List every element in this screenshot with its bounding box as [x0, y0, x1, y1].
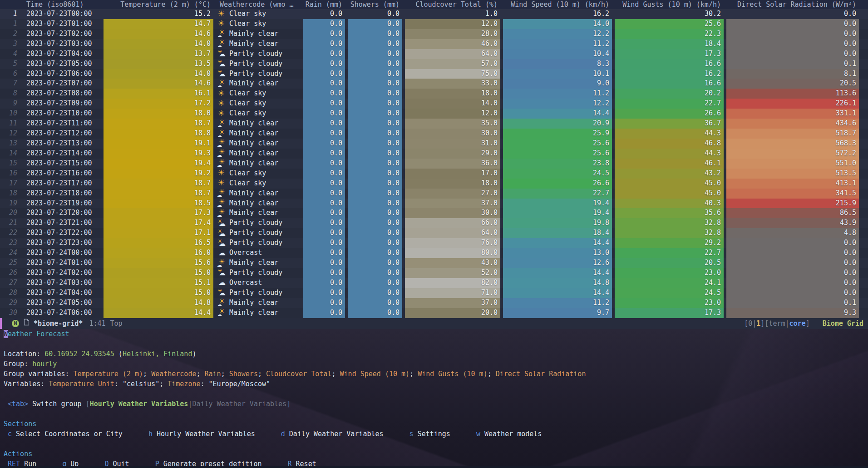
weather-label: Clear sky	[229, 20, 266, 28]
table-row[interactable]: 92023-07-23T09:0017.2☀Clear sky0.00.014.…	[0, 99, 868, 109]
section-key[interactable]: d	[277, 430, 289, 438]
section-key[interactable]: w	[472, 430, 484, 438]
group-variable: Wind Speed (10 m)	[340, 370, 410, 378]
section-item-s[interactable]: s Settings	[405, 430, 450, 438]
table-row[interactable]: 42023-07-23T04:0013.7☀☁Partly cloudy0.00…	[0, 49, 868, 59]
cell-wind-gusts: 32.8	[615, 228, 724, 238]
cell-weathercode: ☀☁Partly cloudy	[216, 268, 301, 278]
cell-wind-speed: 22.7	[503, 189, 612, 199]
cell-solar-radiation: 0.0	[726, 258, 859, 268]
line-number: 30	[0, 308, 20, 318]
weather-label: Mainly clear	[229, 129, 278, 137]
col-wind-gusts[interactable]: Wind Gusts (10 m) (km/h)	[615, 0, 724, 9]
buffer-title-line: Weather Forecast	[0, 329, 868, 339]
separator: ;	[409, 370, 418, 378]
table-row[interactable]: 272023-07-24T03:0015.1☁Overcast0.00.082.…	[0, 278, 868, 288]
table-row[interactable]: 112023-07-23T11:0018.7☀☁Mainly clear0.00…	[0, 119, 868, 129]
table-row[interactable]: 22023-07-23T02:0014.6☀☁Mainly clear0.00.…	[0, 29, 868, 39]
table-row[interactable]: 222023-07-23T22:0017.1☀☁Partly cloudy0.0…	[0, 228, 868, 238]
weather-label: Clear sky	[229, 169, 266, 177]
table-row[interactable]: 192023-07-23T19:0018.5☀☁Mainly clear0.00…	[0, 199, 868, 209]
col-rain[interactable]: Rain (mm)	[303, 0, 345, 9]
line-number: 4	[0, 49, 20, 59]
table-row[interactable]: 202023-07-23T20:0017.3☀☁Mainly clear0.00…	[0, 208, 868, 218]
cell-showers: 0.0	[348, 218, 402, 228]
section-item-d[interactable]: d Daily Weather Variables	[277, 430, 384, 438]
location-label: Location:	[4, 350, 44, 358]
bracket: [	[86, 400, 90, 408]
line-number: 28	[0, 288, 20, 298]
table-row[interactable]: 152023-07-23T15:0019.4☀☁Mainly clear0.00…	[0, 159, 868, 169]
table-row[interactable]: 52023-07-23T05:0013.5☀☁Partly cloudy0.00…	[0, 59, 868, 69]
tab-text: Switch group	[28, 400, 85, 408]
section-item-c[interactable]: c Select Coordinates or City	[4, 430, 123, 438]
cell-showers: 0.0	[348, 89, 402, 99]
cell-cloudcover: 46.0	[405, 39, 500, 49]
cell-wind-speed: 20.9	[503, 119, 612, 129]
cell-wind-speed: 9.7	[503, 308, 612, 318]
table-row[interactable]: 262023-07-24T02:0015.0☀☁Partly cloudy0.0…	[0, 268, 868, 278]
section-item-h[interactable]: h Hourly Weather Variables	[144, 430, 255, 438]
table-row[interactable]: 212023-07-23T21:0017.4☀☁Partly cloudy0.0…	[0, 218, 868, 228]
tab-key[interactable]: <tab>	[4, 400, 28, 408]
cell-rain: 0.0	[303, 169, 345, 179]
variable-name: Temperature Unit	[49, 380, 114, 388]
table-row[interactable]: 282023-07-24T04:0015.0☀☁Partly cloudy0.0…	[0, 288, 868, 298]
table-row[interactable]: 232023-07-23T23:0016.5☀☁Partly cloudy0.0…	[0, 238, 868, 248]
table-row[interactable]: 12023-07-23T00:0015.2☀Clear sky0.00.01.0…	[0, 9, 868, 19]
cell-temperature: 17.1	[104, 228, 213, 238]
table-row[interactable]: 82023-07-23T08:0016.1☀Clear sky0.00.018.…	[0, 89, 868, 99]
cell-weathercode: ☀☁Mainly clear	[216, 79, 301, 89]
tab-group-daily[interactable]: Daily Weather Variables	[192, 400, 286, 408]
col-time[interactable]: Time (iso8601)	[23, 0, 101, 9]
cell-cloudcover: 27.0	[405, 189, 500, 199]
cell-rain: 0.0	[303, 149, 345, 159]
table-row[interactable]: 122023-07-23T12:0018.8☀☁Mainly clear0.00…	[0, 129, 868, 139]
cell-temperature: 14.7	[104, 19, 213, 29]
table-row[interactable]: 12023-07-23T01:0014.7☀Clear sky0.00.012.…	[0, 19, 868, 29]
section-item-w[interactable]: w Weather models	[472, 430, 542, 438]
col-wind-speed[interactable]: Wind Speed (10 m) (km/h)	[503, 0, 612, 9]
table-row[interactable]: 182023-07-23T18:0018.7☀☁Mainly clear0.00…	[0, 189, 868, 199]
tab-group-hourly[interactable]: Hourly Weather Variables	[90, 400, 188, 408]
section-key[interactable]: s	[405, 430, 418, 438]
cell-showers: 0.0	[348, 69, 402, 79]
buffer-name[interactable]: *biome-grid*	[34, 318, 83, 329]
cell-time: 2023-07-23T02:00	[23, 29, 101, 39]
table-row[interactable]: 302023-07-24T06:0014.4☀☁Mainly clear0.00…	[0, 308, 868, 318]
table-row[interactable]: 142023-07-23T14:0019.3☀☁Mainly clear0.00…	[0, 149, 868, 159]
cell-wind-speed: 10.1	[503, 69, 612, 79]
cell-showers: 0.0	[348, 19, 402, 29]
cell-showers: 0.0	[348, 208, 402, 218]
cell-wind-speed: 25.6	[503, 139, 612, 149]
cell-time: 2023-07-24T06:00	[23, 308, 101, 318]
table-row[interactable]: 62023-07-23T06:0014.0☀☁Partly cloudy0.00…	[0, 69, 868, 79]
section-key[interactable]: h	[144, 430, 157, 438]
table-row[interactable]: 102023-07-23T10:0018.0☀Clear sky0.00.012…	[0, 109, 868, 119]
table-row[interactable]: 242023-07-24T00:0016.0☁Overcast0.00.080.…	[0, 248, 868, 258]
section-key[interactable]: c	[4, 430, 16, 438]
col-showers[interactable]: Showers (mm)	[348, 0, 402, 9]
cell-solar-radiation: 0.0	[726, 19, 859, 29]
cell-rain: 0.0	[303, 159, 345, 169]
cell-time: 2023-07-23T22:00	[23, 228, 101, 238]
table-row[interactable]: 292023-07-24T05:0014.8☀☁Mainly clear0.00…	[0, 298, 868, 308]
cell-weathercode: ☀☁Mainly clear	[216, 258, 301, 268]
col-cloudcover[interactable]: Cloudcover Total (%)	[405, 0, 500, 9]
col-temperature[interactable]: Temperature (2 m) (°C)	[104, 0, 213, 9]
table-row[interactable]: 252023-07-24T01:0015.6☀☁Mainly clear0.00…	[0, 258, 868, 268]
table-row[interactable]: 162023-07-23T16:0019.2☀Clear sky0.00.017…	[0, 169, 868, 179]
weather-mainly-icon: ☀☁	[217, 298, 227, 307]
major-mode-name[interactable]: Biome Grid	[823, 319, 863, 328]
line-number: 20	[0, 208, 20, 218]
col-solar-radiation[interactable]: Direct Solar Radiation (W/m²)	[726, 0, 859, 9]
table-row[interactable]: 132023-07-23T13:0019.1☀☁Mainly clear0.00…	[0, 139, 868, 149]
group-value[interactable]: hourly	[32, 360, 57, 368]
cell-solar-radiation: 0.0	[726, 288, 859, 298]
weather-label: Partly cloudy	[229, 50, 282, 58]
cell-temperature: 14.4	[104, 308, 213, 318]
table-row[interactable]: 172023-07-23T17:0018.7☀Clear sky0.00.018…	[0, 179, 868, 189]
table-row[interactable]: 32023-07-23T03:0014.0☀☁Mainly clear0.00.…	[0, 39, 868, 49]
col-weathercode[interactable]: Weathercode (wmo …	[216, 0, 301, 9]
table-row[interactable]: 72023-07-23T07:0014.6☀☁Mainly clear0.00.…	[0, 79, 868, 89]
